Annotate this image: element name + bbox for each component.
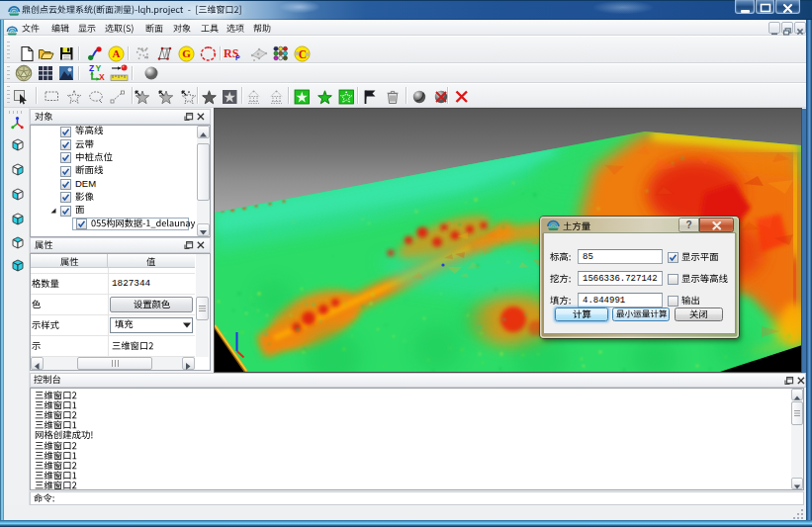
svg-text:G: G — [182, 47, 191, 59]
svg-text:P: P — [235, 54, 240, 61]
svg-text:X: X — [99, 72, 105, 82]
svg-text:A: A — [113, 47, 121, 59]
